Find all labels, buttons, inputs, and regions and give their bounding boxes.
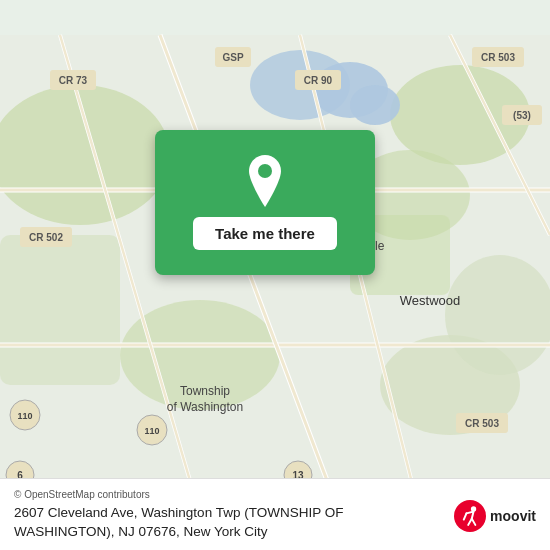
svg-point-50 [258,164,272,178]
svg-text:(53): (53) [513,110,531,121]
svg-point-51 [454,500,486,532]
svg-point-9 [445,255,550,375]
svg-text:110: 110 [17,411,32,421]
svg-text:Township: Township [180,384,230,398]
svg-text:CR 503: CR 503 [481,52,515,63]
map-container: CR 73 GSP CR 90 CR 503 (53) CR 502 sdale… [0,0,550,550]
address-text: 2607 Cleveland Ave, Washington Twp (TOWN… [14,504,444,542]
bottom-bar: © OpenStreetMap contributors 2607 Clevel… [0,478,550,550]
svg-text:CR 502: CR 502 [29,232,63,243]
svg-point-11 [350,85,400,125]
svg-text:CR 73: CR 73 [59,75,88,86]
address-section: © OpenStreetMap contributors 2607 Clevel… [14,489,444,542]
action-card: Take me there [155,130,375,275]
svg-rect-5 [0,235,120,385]
moovit-brand-icon [454,500,486,532]
take-me-there-button[interactable]: Take me there [193,217,337,250]
svg-text:110: 110 [144,426,159,436]
map-background: CR 73 GSP CR 90 CR 503 (53) CR 502 sdale… [0,0,550,550]
moovit-brand-name: moovit [490,508,536,524]
copyright-text: © OpenStreetMap contributors [14,489,444,500]
svg-text:CR 90: CR 90 [304,75,333,86]
svg-text:GSP: GSP [222,52,243,63]
svg-text:Westwood: Westwood [400,293,460,308]
location-pin-icon [244,155,286,207]
svg-text:of Washington: of Washington [167,400,243,414]
svg-text:CR 503: CR 503 [465,418,499,429]
moovit-logo: moovit [454,500,536,532]
